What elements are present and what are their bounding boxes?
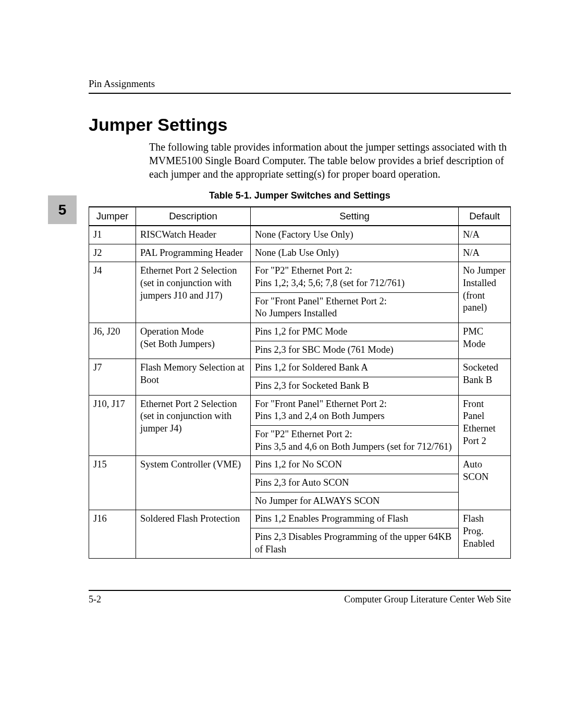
cell-jumper: J1 [89,226,136,244]
table-row: J7Flash Memory Selection at BootPins 1,2… [89,359,511,377]
cell-description: RISCWatch Header [136,226,251,244]
section-intro: The following table provides information… [89,140,511,181]
cell-default: PMC Mode [459,323,511,359]
cell-default: N/A [459,226,511,244]
cell-setting: Pins 2,3 for Auto SCON [251,474,459,492]
cell-description: Ethernet Port 2 Selection (set in conjun… [136,395,251,456]
cell-description: PAL Programming Header [136,244,251,262]
cell-description: Soldered Flash Protection [136,510,251,559]
footer-page-number: 5-2 [89,594,101,605]
cell-default: N/A [459,244,511,262]
cell-description: Flash Memory Selection at Boot [136,359,251,395]
cell-setting: For "P2" Ethernet Port 2: Pins 1,2; 3,4;… [251,262,459,292]
cell-setting: For "Front Panel" Ethernet Port 2: Pins … [251,395,459,425]
footer-site: Computer Group Literature Center Web Sit… [344,594,511,605]
cell-setting: Pins 2,3 for SBC Mode (761 Mode) [251,341,459,359]
cell-default: Front Panel Ethernet Port 2 [459,395,511,456]
cell-jumper: J7 [89,359,136,395]
cell-setting: Pins 1,2 for Soldered Bank A [251,359,459,377]
col-setting: Setting [251,207,459,226]
table-row: J10, J17Ethernet Port 2 Selection (set i… [89,395,511,425]
cell-setting: None (Factory Use Only) [251,226,459,244]
col-jumper: Jumper [89,207,136,226]
cell-description: Ethernet Port 2 Selection (set in conjun… [136,262,251,323]
page-footer: 5-2 Computer Group Literature Center Web… [89,594,511,605]
cell-default: No Jumper Installed (front panel) [459,262,511,323]
cell-setting: Pins 2,3 Disables Programming of the upp… [251,528,459,559]
cell-default: Socketed Bank B [459,359,511,395]
table-row: J16Soldered Flash ProtectionPins 1,2 Ena… [89,510,511,528]
table-row: J6, J20Operation Mode (Set Both Jumpers)… [89,323,511,341]
section-title: Jumper Settings [89,115,511,135]
table-header-row: Jumper Description Setting Default [89,207,511,226]
cell-setting: Pins 2,3 for Socketed Bank B [251,377,459,396]
table-row: J4Ethernet Port 2 Selection (set in conj… [89,262,511,292]
cell-setting: Pins 1,2 for PMC Mode [251,323,459,341]
cell-setting: For "P2" Ethernet Port 2: Pins 3,5 and 4… [251,426,459,456]
table-row: J1RISCWatch HeaderNone (Factory Use Only… [89,226,511,244]
table-row: J2PAL Programming HeaderNone (Lab Use On… [89,244,511,262]
chapter-tab: 5 [48,195,77,224]
cell-setting: Pins 1,2 for No SCON [251,456,459,474]
cell-setting: None (Lab Use Only) [251,244,459,262]
cell-setting: Pins 1,2 Enables Programming of Flash [251,510,459,528]
cell-jumper: J2 [89,244,136,262]
footer-rule [89,590,511,591]
cell-jumper: J16 [89,510,136,559]
table-body: J1RISCWatch HeaderNone (Factory Use Only… [89,226,511,559]
col-desc: Description [136,207,251,226]
table-caption: Table 5-1. Jumper Switches and Settings [89,190,511,201]
col-default: Default [459,207,511,226]
cell-jumper: J15 [89,456,136,510]
cell-jumper: J6, J20 [89,323,136,359]
cell-jumper: J10, J17 [89,395,136,456]
jumper-table: Jumper Description Setting Default J1RIS… [89,206,511,559]
cell-setting: For "Front Panel" Ethernet Port 2: No Ju… [251,292,459,323]
cell-setting: No Jumper for ALWAYS SCON [251,492,459,510]
running-head: Pin Assignments [89,78,511,90]
table-row: J15System Controller (VME)Pins 1,2 for N… [89,456,511,474]
header-rule [89,93,511,94]
cell-default: Auto SCON [459,456,511,510]
cell-default: Flash Prog. Enabled [459,510,511,559]
cell-description: Operation Mode (Set Both Jumpers) [136,323,251,359]
cell-description: System Controller (VME) [136,456,251,510]
cell-jumper: J4 [89,262,136,323]
page: Pin Assignments 5 Jumper Settings The fo… [0,0,563,647]
